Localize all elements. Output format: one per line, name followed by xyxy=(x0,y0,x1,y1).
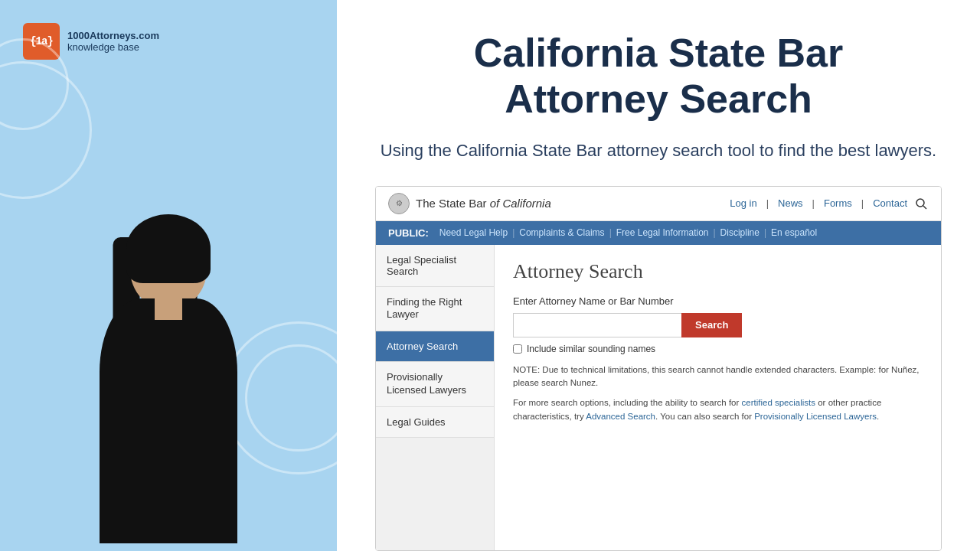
nav-public-label: PUBLIC: xyxy=(388,227,429,239)
site-logo-text: The State Bar of California xyxy=(416,197,551,210)
site-content: Legal Specialist Search Finding the Righ… xyxy=(376,245,941,550)
attorney-search-heading: Attorney Search xyxy=(513,260,923,283)
info-text-part1: For more search options, including the a… xyxy=(513,398,742,407)
logo-text: 1000Attorneys.com knowledge base xyxy=(67,30,159,53)
site-navbar: PUBLIC: Need Legal Help | Complaints & C… xyxy=(376,221,941,245)
search-button[interactable]: Search xyxy=(681,313,742,337)
certified-specialists-link[interactable]: certified specialists xyxy=(742,398,816,407)
site-sidebar: Legal Specialist Search Finding the Righ… xyxy=(376,245,495,550)
svg-point-0 xyxy=(916,199,924,207)
site-top-nav: Log in | News | Forms | Contact xyxy=(727,196,929,211)
provisionally-licensed-link[interactable]: Provisionally Licensed Lawyers xyxy=(754,412,877,421)
main-title: California State Bar Attorney Search xyxy=(375,31,942,122)
svg-line-1 xyxy=(923,206,926,209)
nav-forms[interactable]: Forms xyxy=(821,197,855,209)
site-mockup: ⚙ The State Bar of California Log in | N… xyxy=(375,186,942,551)
sidebar-item-attorney-search[interactable]: Attorney Search xyxy=(376,331,494,362)
site-logo-area: ⚙ The State Bar of California xyxy=(388,193,551,214)
state-bar-icon: ⚙ xyxy=(388,193,410,214)
right-panel: California State Bar Attorney Search Usi… xyxy=(337,0,980,551)
nav-free-legal[interactable]: Free Legal Information xyxy=(616,227,709,238)
subtitle: Using the California State Bar attorney … xyxy=(375,138,942,163)
person-area xyxy=(0,184,337,551)
info-text-part3: . You can also search for xyxy=(655,412,754,421)
nav-need-legal-help[interactable]: Need Legal Help xyxy=(439,227,508,238)
similar-names-checkbox[interactable] xyxy=(513,344,522,354)
advanced-search-link[interactable]: Advanced Search xyxy=(586,412,655,421)
sidebar-item-finding-lawyer[interactable]: Finding the Right Lawyer xyxy=(376,287,494,332)
deco-circle-2 xyxy=(0,61,92,199)
info-text-part4: . xyxy=(877,412,879,421)
nav-espanol[interactable]: En español xyxy=(771,227,817,238)
top-search-icon[interactable] xyxy=(913,196,929,211)
left-panel: {1a} 1000Attorneys.com knowledge base xyxy=(0,0,337,551)
search-row: Search xyxy=(513,313,923,337)
note-text: NOTE: Due to technical limitations, this… xyxy=(513,364,923,390)
sidebar-item-legal-guides[interactable]: Legal Guides xyxy=(376,407,494,438)
site-topbar: ⚙ The State Bar of California Log in | N… xyxy=(376,187,941,221)
similar-names-row: Include similar sounding names xyxy=(513,344,923,354)
nav-discipline[interactable]: Discipline xyxy=(720,227,760,238)
nav-login[interactable]: Log in xyxy=(727,197,760,209)
site-main: Attorney Search Enter Attorney Name or B… xyxy=(495,245,941,550)
nav-complaints[interactable]: Complaints & Claims xyxy=(519,227,604,238)
nav-contact[interactable]: Contact xyxy=(870,197,910,209)
logo-subtitle: knowledge base xyxy=(67,41,159,53)
logo-domain: 1000Attorneys.com xyxy=(67,30,159,41)
sidebar-item-legal-specialist[interactable]: Legal Specialist Search xyxy=(376,245,494,287)
nav-news[interactable]: News xyxy=(775,197,806,209)
attorney-search-input[interactable] xyxy=(513,313,681,337)
sidebar-item-provisionally[interactable]: Provisionally Licensed Lawyers xyxy=(376,362,494,407)
search-field-label: Enter Attorney Name or Bar Number xyxy=(513,295,923,307)
similar-names-label: Include similar sounding names xyxy=(527,344,655,354)
info-text: For more search options, including the a… xyxy=(513,396,923,424)
